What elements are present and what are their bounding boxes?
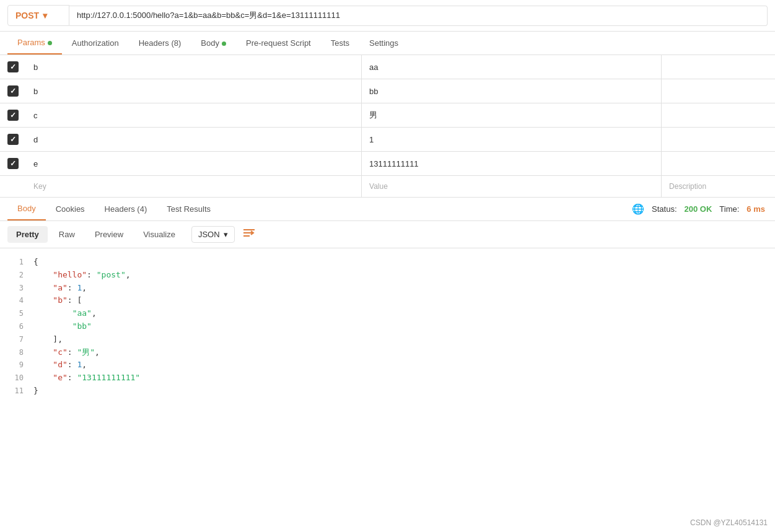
tab-settings[interactable]: Settings <box>359 32 408 54</box>
json-line: 11} <box>0 385 775 398</box>
tab-body[interactable]: Body <box>191 32 236 54</box>
json-line: 1{ <box>0 256 775 269</box>
tab-params[interactable]: Params <box>7 32 62 55</box>
line-content: "hello": "post", <box>33 269 131 282</box>
line-number: 5 <box>5 308 24 320</box>
params-placeholder-row: Key Value Description <box>0 176 775 198</box>
row-value[interactable]: 男 <box>362 103 662 128</box>
placeholder-value: Value <box>362 176 662 198</box>
placeholder-key: Key <box>26 176 362 198</box>
row-key[interactable]: b <box>26 55 362 79</box>
row-value[interactable]: aa <box>362 55 662 79</box>
json-line: 6 "bb" <box>0 320 775 333</box>
line-content: } <box>33 385 38 398</box>
row-value[interactable]: 13111111111 <box>362 152 662 176</box>
line-number: 7 <box>5 334 24 346</box>
line-content: "bb" <box>33 320 92 333</box>
btn-raw[interactable]: Raw <box>50 226 84 243</box>
row-key[interactable]: d <box>26 128 362 152</box>
row-checkbox[interactable] <box>7 158 19 169</box>
format-bar: Pretty Raw Preview Visualize JSON ▾ <box>0 221 775 248</box>
tab-params-label: Params <box>17 38 45 47</box>
tab-authorization-label: Authorization <box>72 38 119 48</box>
tab-tests-label: Tests <box>331 38 349 48</box>
response-tab-cookies[interactable]: Cookies <box>46 198 95 220</box>
btn-preview[interactable]: Preview <box>86 226 132 243</box>
row-description[interactable] <box>662 152 775 176</box>
row-checkbox[interactable] <box>7 110 19 121</box>
json-line: 8 "c": "男", <box>0 346 775 359</box>
table-row: b bb <box>0 79 775 103</box>
row-description[interactable] <box>662 103 775 128</box>
json-chevron: ▾ <box>224 230 228 239</box>
line-number: 1 <box>5 256 24 268</box>
json-viewer: 1{2 "hello": "post",3 "a": 1,4 "b": [5 "… <box>0 248 775 405</box>
line-content: ], <box>33 333 63 346</box>
row-description[interactable] <box>662 128 775 152</box>
status-label: Status: <box>652 204 676 214</box>
line-content: "aa", <box>33 307 97 320</box>
row-checkbox[interactable] <box>7 85 19 97</box>
params-dot <box>48 41 52 45</box>
row-value[interactable]: 1 <box>362 128 662 152</box>
line-number: 10 <box>5 372 24 384</box>
response-meta: 🌐 Status: 200 OK Time: 6 ms <box>632 203 768 215</box>
json-line: 9 "d": 1, <box>0 359 775 372</box>
json-line: 5 "aa", <box>0 307 775 320</box>
line-number: 6 <box>5 321 24 333</box>
top-bar: POST ▾ <box>0 0 775 32</box>
row-description[interactable] <box>662 55 775 79</box>
globe-icon: 🌐 <box>632 203 644 215</box>
tab-pre-request-label: Pre-request Script <box>246 38 311 48</box>
method-chevron: ▾ <box>43 11 47 20</box>
line-number: 11 <box>5 385 24 397</box>
request-tabs: Params Authorization Headers (8) Body Pr… <box>0 32 775 55</box>
wrap-button[interactable] <box>242 227 256 242</box>
line-content: "b": [ <box>33 294 82 307</box>
line-number: 4 <box>5 295 24 307</box>
btn-visualize[interactable]: Visualize <box>134 226 184 243</box>
tab-headers-label: Headers (8) <box>139 38 182 48</box>
tab-settings-label: Settings <box>369 38 398 48</box>
tab-tests[interactable]: Tests <box>321 32 359 54</box>
table-row: d 1 <box>0 128 775 152</box>
table-row: c 男 <box>0 103 775 128</box>
json-line: 3 "a": 1, <box>0 282 775 295</box>
row-key[interactable]: c <box>26 103 362 128</box>
line-content: "a": 1, <box>33 282 87 295</box>
line-content: "c": "男", <box>33 346 100 359</box>
line-content: "d": 1, <box>33 359 87 372</box>
response-tab-headers[interactable]: Headers (4) <box>95 198 157 220</box>
response-tab-test-results[interactable]: Test Results <box>157 198 221 220</box>
row-value[interactable]: bb <box>362 79 662 103</box>
response-tab-body[interactable]: Body <box>7 198 46 220</box>
tab-pre-request[interactable]: Pre-request Script <box>236 32 321 54</box>
line-number: 9 <box>5 359 24 371</box>
json-line: 7 ], <box>0 333 775 346</box>
line-content: "e": "13111111111" <box>33 372 140 385</box>
row-checkbox[interactable] <box>7 134 19 145</box>
params-table: b aa b bb c 男 d 1 e 13111111111 Key Valu… <box>0 55 775 198</box>
table-row: e 13111111111 <box>0 152 775 176</box>
url-input[interactable] <box>69 6 768 26</box>
btn-pretty[interactable]: Pretty <box>7 226 48 243</box>
row-key[interactable]: b <box>26 79 362 103</box>
method-selector[interactable]: POST ▾ <box>7 5 69 26</box>
tab-authorization[interactable]: Authorization <box>62 32 129 54</box>
json-line: 4 "b": [ <box>0 294 775 307</box>
method-label: POST <box>15 11 39 20</box>
json-line: 2 "hello": "post", <box>0 269 775 282</box>
status-value: 200 OK <box>685 204 712 214</box>
line-content: { <box>33 256 38 269</box>
row-description[interactable] <box>662 79 775 103</box>
row-checkbox[interactable] <box>7 61 19 72</box>
json-format-selector[interactable]: JSON ▾ <box>191 226 235 243</box>
time-value: 6 ms <box>747 204 765 214</box>
line-number: 8 <box>5 347 24 359</box>
time-label: Time: <box>719 204 739 214</box>
tab-headers[interactable]: Headers (8) <box>129 32 191 54</box>
row-key[interactable]: e <box>26 152 362 176</box>
placeholder-desc: Description <box>662 176 775 198</box>
tab-body-label: Body <box>201 38 219 48</box>
line-number: 3 <box>5 282 24 294</box>
